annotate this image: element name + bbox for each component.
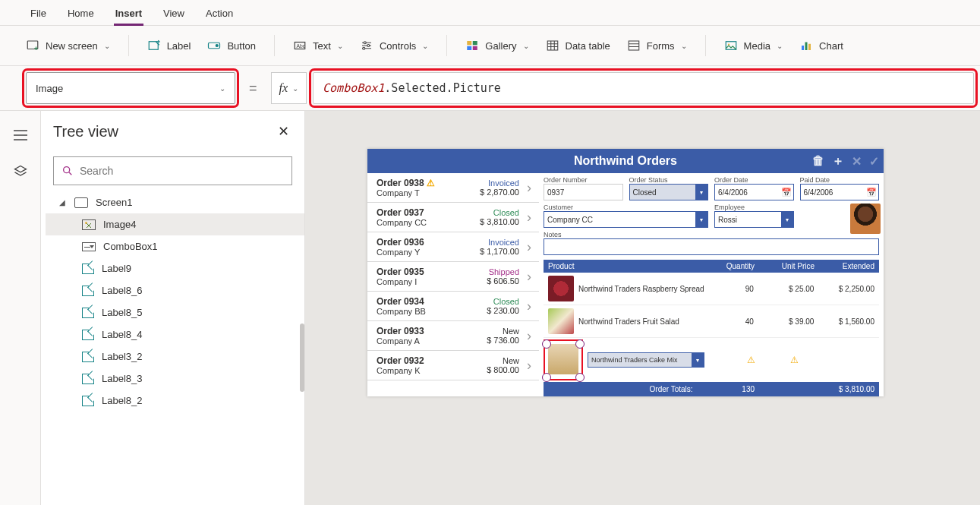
tree-node-label8-2[interactable]: Label8_2 bbox=[46, 390, 304, 412]
add-icon[interactable]: ＋ bbox=[832, 153, 844, 169]
label-order-date: Order Date bbox=[714, 176, 794, 184]
paid-date-input[interactable]: 6/4/2006📅 bbox=[800, 184, 880, 200]
selected-image-preview[interactable] bbox=[548, 344, 578, 374]
design-canvas[interactable]: Northwind Orders 🗑 ＋ ✕ ✓ Order 0938 ⚠Com… bbox=[305, 111, 980, 505]
svg-point-20 bbox=[64, 167, 70, 173]
insert-gallery-button[interactable]: Gallery ⌄ bbox=[465, 39, 528, 52]
trash-icon[interactable]: 🗑 bbox=[812, 154, 824, 168]
product-row[interactable]: Northwind Traders Raspberry Spread 90 $ … bbox=[544, 273, 879, 305]
insert-controls-button[interactable]: Controls ⌄ bbox=[360, 39, 428, 52]
product-qty: 40 bbox=[709, 317, 754, 326]
chevron-down-icon: ⌄ bbox=[422, 42, 428, 50]
separator bbox=[274, 35, 275, 56]
order-number-input[interactable]: 0937 bbox=[544, 184, 623, 200]
label-order-status: Order Status bbox=[629, 176, 709, 184]
order-row[interactable]: Order 0934 Company BB Closed$ 230.00 › bbox=[367, 292, 539, 321]
menu-home[interactable]: Home bbox=[66, 5, 96, 22]
expand-icon[interactable]: ◢ bbox=[59, 198, 67, 207]
employee-avatar bbox=[850, 204, 881, 234]
chevron-down-icon: ⌄ bbox=[681, 42, 687, 50]
resize-handle-tl[interactable] bbox=[542, 339, 551, 349]
chevron-down-icon: ⌄ bbox=[523, 42, 529, 50]
insert-chart-button[interactable]: Chart bbox=[799, 39, 843, 52]
tree-node-screen1[interactable]: ◢ Screen1 bbox=[46, 191, 304, 213]
tree-node-label9[interactable]: Label9 bbox=[46, 257, 304, 279]
resize-handle-tr[interactable] bbox=[575, 339, 585, 349]
tree-node-label8-3[interactable]: Label8_3 bbox=[46, 368, 304, 390]
insert-button-button[interactable]: Button bbox=[207, 39, 256, 52]
new-screen-button[interactable]: New screen ⌄ bbox=[26, 39, 110, 52]
app-title-bar: Northwind Orders 🗑 ＋ ✕ ✓ bbox=[367, 149, 884, 173]
tree-view-panel: Tree view ✕ ◢ Screen1 Image4 ComboBox1 bbox=[41, 111, 305, 505]
warning-icon: ⚠ bbox=[790, 355, 799, 365]
order-totals: Order Totals: 130 $ 3,810.00 bbox=[544, 382, 879, 396]
tree-node-image4[interactable]: Image4 bbox=[46, 213, 304, 235]
order-row[interactable]: Order 0937 Company CC Closed$ 3,810.00 › bbox=[367, 203, 539, 232]
chevron-down-icon: ⌄ bbox=[219, 84, 225, 93]
tree-search-input[interactable] bbox=[80, 165, 284, 177]
insert-media-button[interactable]: Media ⌄ bbox=[724, 39, 783, 52]
scrollbar-thumb[interactable] bbox=[300, 324, 304, 392]
hamburger-icon[interactable] bbox=[10, 125, 31, 146]
media-icon bbox=[724, 39, 738, 52]
chevron-down-icon: ⌄ bbox=[777, 42, 783, 50]
product-name: Northwind Traders Fruit Salad bbox=[578, 317, 706, 326]
product-combo[interactable]: Northwind Traders Cake Mix ▾ bbox=[588, 352, 704, 368]
selected-control-area: Northwind Traders Cake Mix ▾ ⚠ ⚠ bbox=[544, 339, 879, 380]
chart-icon bbox=[799, 39, 813, 52]
cancel-icon[interactable]: ✕ bbox=[852, 154, 862, 169]
fx-button[interactable]: fx ⌄ bbox=[271, 72, 307, 104]
close-icon[interactable]: ✕ bbox=[275, 120, 292, 143]
insert-forms-button[interactable]: Forms ⌄ bbox=[627, 39, 687, 52]
order-row[interactable]: Order 0932 Company K New$ 800.00 › bbox=[367, 351, 539, 380]
order-row[interactable]: Order 0935 Company I Shipped$ 606.50 › bbox=[367, 262, 539, 292]
product-row[interactable]: Northwind Traders Fruit Salad 40 $ 39.00… bbox=[544, 305, 879, 338]
order-row[interactable]: Order 0936 Company Y Invoiced$ 1,170.00 … bbox=[367, 232, 539, 262]
main-area: Tree view ✕ ◢ Screen1 Image4 ComboBox1 bbox=[0, 111, 980, 505]
formula-token-rest: .Selected.Picture bbox=[384, 81, 501, 95]
tree-node-label8-6[interactable]: Label8_6 bbox=[46, 279, 304, 301]
order-status-dropdown[interactable]: Closed▾ bbox=[629, 184, 709, 200]
chevron-down-icon: ⌄ bbox=[104, 42, 110, 50]
tree-node-label: Label8_4 bbox=[102, 329, 143, 340]
layers-icon[interactable] bbox=[10, 161, 31, 182]
order-date-input[interactable]: 6/4/2006📅 bbox=[714, 184, 794, 200]
col-unit-price: Unit Price bbox=[755, 262, 815, 270]
menu-view[interactable]: View bbox=[162, 5, 186, 22]
notes-input[interactable] bbox=[544, 238, 879, 255]
menu-action[interactable]: Action bbox=[204, 5, 235, 22]
tree-node-combobox1[interactable]: ComboBox1 bbox=[46, 235, 304, 257]
chevron-down-icon: ▾ bbox=[695, 185, 707, 200]
insert-datatable-button[interactable]: Data table bbox=[546, 39, 610, 52]
menu-file[interactable]: File bbox=[29, 5, 48, 22]
property-dropdown[interactable]: Image ⌄ bbox=[26, 72, 235, 104]
tree-node-label3-2[interactable]: Label3_2 bbox=[46, 346, 304, 368]
customer-dropdown[interactable]: Company CC▾ bbox=[544, 211, 708, 228]
svg-rect-19 bbox=[808, 44, 811, 50]
formula-input[interactable]: ComboBox1.Selected.Picture bbox=[313, 72, 974, 104]
tree-node-label8-4[interactable]: Label8_4 bbox=[46, 324, 304, 346]
menu-insert[interactable]: Insert bbox=[114, 5, 143, 22]
insert-button-label: Button bbox=[227, 40, 256, 52]
order-row[interactable]: Order 0933 Company A New$ 736.00 › bbox=[367, 321, 539, 351]
confirm-icon[interactable]: ✓ bbox=[869, 154, 879, 169]
product-image bbox=[548, 276, 574, 301]
new-screen-label: New screen bbox=[46, 40, 98, 52]
insert-text-button[interactable]: Abc Text ⌄ bbox=[293, 39, 343, 52]
svg-rect-18 bbox=[805, 43, 808, 51]
tree-search[interactable] bbox=[53, 156, 292, 185]
button-icon bbox=[207, 39, 221, 52]
svg-rect-17 bbox=[802, 46, 804, 50]
equals-sign: = bbox=[249, 80, 257, 96]
svg-point-8 bbox=[363, 47, 365, 49]
employee-dropdown[interactable]: Rossi▾ bbox=[714, 211, 794, 228]
orders-list: Order 0938 ⚠Company T Invoiced$ 2,870.00… bbox=[367, 173, 539, 396]
selection-outline bbox=[544, 339, 583, 380]
order-row[interactable]: Order 0938 ⚠Company T Invoiced$ 2,870.00… bbox=[367, 173, 539, 203]
resize-handle-br[interactable] bbox=[575, 373, 585, 382]
image-icon bbox=[82, 219, 96, 230]
resize-handle-bl[interactable] bbox=[542, 373, 551, 382]
product-image bbox=[548, 308, 574, 334]
tree-node-label8-5[interactable]: Label8_5 bbox=[46, 301, 304, 324]
insert-label-button[interactable]: Label bbox=[147, 39, 191, 52]
